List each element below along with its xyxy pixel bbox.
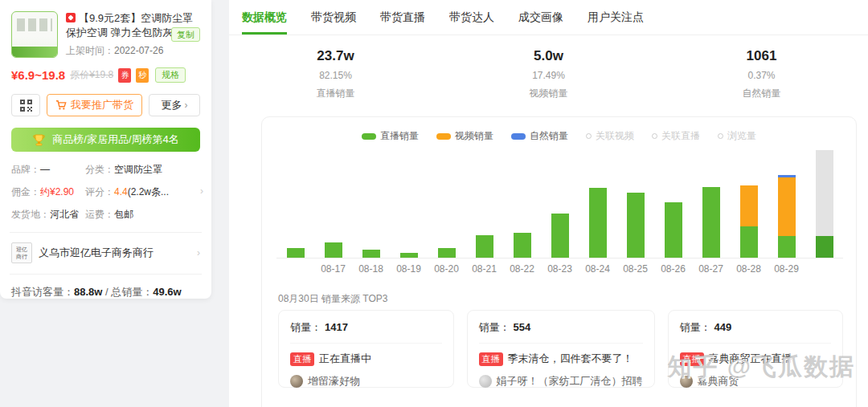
- original-price: 原价¥19.8: [70, 68, 113, 82]
- info-ship-from: 发货地：河北省: [11, 208, 85, 222]
- bar-slot[interactable]: 08-17: [314, 149, 352, 258]
- legend-circle-icon: [586, 133, 592, 139]
- x-axis-label: 08-27: [698, 263, 723, 275]
- legend-item[interactable]: 关联视频: [586, 129, 634, 143]
- top3-section-title: 08月30日 销量来源 TOP3: [278, 292, 388, 306]
- avatar: [680, 375, 693, 388]
- bar-slot[interactable]: 08-25: [616, 149, 654, 258]
- rating-chevron-icon[interactable]: ›: [200, 185, 203, 197]
- tab-videos[interactable]: 带货视频: [311, 10, 356, 35]
- trophy-icon: [32, 133, 46, 147]
- stacked-bar: [589, 188, 607, 258]
- top3-card[interactable]: 销量：554 直播 季末清仓，四件套不要了！ 娟子呀！（家纺工厂清仓）招聘: [467, 310, 655, 388]
- bar-slot[interactable]: 08-18: [352, 149, 390, 258]
- stacked-bar: [551, 214, 569, 258]
- main-panel: 数据概览 带货视频 带货直播 带货达人 成交画像 用户关注点 23.7w82.1…: [229, 0, 868, 407]
- top3-cards: 销量：1417 直播 正在直播中 增留濠好物 销量：554 直播 季末清仓，四件…: [278, 310, 843, 388]
- stacked-bar: [325, 242, 342, 258]
- x-axis-label: 08-29: [774, 263, 799, 275]
- stat-live-sales: 23.7w82.15%直播销量: [229, 48, 442, 100]
- listed-label: 上架时间：: [66, 45, 114, 56]
- tab-livestreams[interactable]: 带货直播: [380, 10, 425, 35]
- stacked-bar: [400, 253, 418, 258]
- bar-slot[interactable]: 08-24: [579, 149, 616, 258]
- listed-time: 上架时间：2022-07-26: [66, 43, 200, 58]
- spec-button[interactable]: 规格: [155, 67, 186, 83]
- tab-data-overview[interactable]: 数据概览: [242, 10, 287, 35]
- action-buttons: 我要推广带货 更多 ›: [11, 94, 200, 116]
- product-header: 【9.9元2套】空调防尘罩 保护空调 弹力全包防灰尘... 复制 上架时间：20…: [11, 11, 200, 58]
- stacked-bar: [287, 248, 305, 258]
- legend-item[interactable]: 直播销量: [362, 129, 419, 143]
- rank-banner-label: 商品榜/家居用品/周榜第4名: [52, 132, 178, 147]
- total-sales-value: 49.6w: [153, 286, 181, 298]
- streamer-name[interactable]: 增留濠好物: [308, 374, 360, 389]
- coupon-badge: 券: [118, 68, 131, 83]
- bar-slot[interactable]: 08-26: [654, 149, 692, 258]
- more-button[interactable]: 更多 ›: [149, 94, 200, 116]
- divider: [680, 343, 832, 344]
- tab-user-focus[interactable]: 用户关注点: [588, 10, 644, 35]
- price: ¥6.9~19.8: [11, 68, 65, 82]
- legend-circle-icon: [718, 133, 723, 139]
- stacked-bar: [778, 175, 796, 258]
- divider: [479, 343, 643, 344]
- bar-slot[interactable]: [805, 149, 843, 258]
- top3-card[interactable]: 销量：449 直播 嘉典商贸正在直播 嘉典商贸: [668, 310, 844, 388]
- legend-swatch-icon: [362, 133, 376, 140]
- legend-item[interactable]: 浏览量: [718, 129, 756, 143]
- copy-button[interactable]: 复制: [171, 27, 200, 42]
- tab-influencers[interactable]: 带货达人: [449, 10, 494, 35]
- douyin-shop-icon: [66, 13, 76, 22]
- legend-swatch-icon: [436, 133, 451, 140]
- streamer-name[interactable]: 嘉典商贸: [698, 374, 739, 389]
- visitor-stats: 抖音访客量：88.8w / 总销量：49.6w: [11, 285, 200, 299]
- chevron-right-icon: ›: [185, 100, 188, 111]
- stacked-bar: [665, 202, 682, 258]
- legend-item[interactable]: 视频销量: [436, 129, 493, 143]
- tab-buyer-profile[interactable]: 成交画像: [518, 10, 563, 35]
- x-axis-label: 08-24: [585, 263, 610, 275]
- info-brand: 品牌：—: [11, 163, 85, 177]
- info-rating[interactable]: 评分：4.4(2.2w条... ›: [85, 185, 200, 199]
- stats-row: 23.7w82.15%直播销量 5.0w17.49%视频销量 10610.37%…: [229, 35, 868, 100]
- bar-slot[interactable]: 08-23: [541, 149, 579, 258]
- bar-slot[interactable]: 08-19: [390, 149, 428, 258]
- shop-logo: 迎亿商行: [11, 242, 32, 263]
- bar-slot[interactable]: 08-29: [768, 149, 805, 258]
- x-axis-label: 08-19: [396, 263, 421, 275]
- x-axis-label: 08-21: [472, 263, 497, 275]
- total-sales-label: 总销量：: [111, 286, 153, 298]
- bar-slot[interactable]: 08-22: [503, 149, 541, 258]
- bar-plot: 08-1708-1808-1908-2008-2108-2208-2308-24…: [276, 149, 843, 258]
- bar-slot[interactable]: [276, 149, 314, 258]
- top3-card[interactable]: 销量：1417 直播 正在直播中 增留濠好物: [278, 310, 454, 388]
- info-commission: 佣金：约¥2.90: [11, 185, 85, 199]
- legend-item[interactable]: 关联直播: [652, 129, 700, 143]
- x-axis-label: 08-28: [736, 263, 761, 275]
- divider: [290, 343, 442, 344]
- stat-video-sales: 5.0w17.49%视频销量: [442, 48, 655, 100]
- rank-banner[interactable]: 商品榜/家居用品/周榜第4名: [11, 128, 200, 152]
- legend-swatch-icon: [511, 133, 526, 140]
- x-axis-label: 08-20: [434, 263, 459, 275]
- stacked-bar: [816, 150, 833, 258]
- promote-button[interactable]: 我要推广带货: [47, 94, 142, 116]
- tab-bar: 数据概览 带货视频 带货直播 带货达人 成交画像 用户关注点: [229, 0, 868, 35]
- shop-row[interactable]: 迎亿商行 义乌市迎亿电子商务商行 ›: [11, 242, 200, 263]
- product-thumbnail[interactable]: [11, 11, 58, 58]
- product-title-block: 【9.9元2套】空调防尘罩 保护空调 弹力全包防灰尘... 复制 上架时间：20…: [66, 11, 200, 58]
- stat-natural-sales: 10610.37%自然销量: [655, 48, 868, 100]
- bar-slot[interactable]: 08-20: [428, 149, 465, 258]
- streamer-name[interactable]: 娟子呀！（家纺工厂清仓）招聘: [497, 374, 643, 389]
- bar-slot[interactable]: 08-28: [730, 149, 768, 258]
- info-shipping: 运费：包邮: [85, 208, 200, 222]
- visitor-label: 抖音访客量：: [11, 286, 74, 298]
- live-badge: 直播: [680, 352, 704, 366]
- legend-item[interactable]: 自然销量: [511, 129, 568, 143]
- legend-circle-icon: [652, 133, 657, 139]
- bar-slot[interactable]: 08-21: [465, 149, 503, 258]
- live-desc: 嘉典商贸正在直播: [709, 352, 792, 366]
- qr-code-button[interactable]: [11, 94, 40, 116]
- bar-slot[interactable]: 08-27: [692, 149, 730, 258]
